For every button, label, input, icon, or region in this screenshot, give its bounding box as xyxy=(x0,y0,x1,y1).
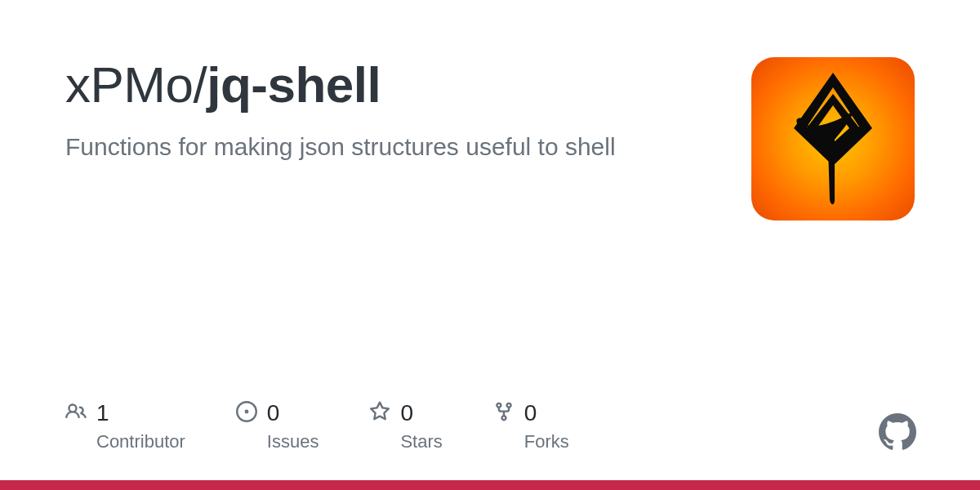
header-row: xPMo/jq-shell Functions for making json … xyxy=(65,57,915,220)
stats-row: 1 Contributor 0 Issues 0 Stars xyxy=(65,400,569,452)
issue-icon xyxy=(236,401,257,425)
people-icon xyxy=(65,401,87,425)
repo-name: jq-shell xyxy=(207,56,381,113)
avatar-glyph-icon xyxy=(784,69,882,208)
issues-label: Issues xyxy=(267,431,319,452)
stat-stars: 0 Stars xyxy=(369,400,442,452)
stat-forks: 0 Forks xyxy=(493,400,569,452)
owner-avatar xyxy=(751,57,915,220)
repo-title: xPMo/jq-shell xyxy=(65,57,719,113)
issues-count: 0 xyxy=(267,400,280,426)
forks-count: 0 xyxy=(524,400,537,426)
fork-icon xyxy=(493,401,514,425)
contributors-label: Contributor xyxy=(96,431,185,452)
repo-social-card: xPMo/jq-shell Functions for making json … xyxy=(0,0,980,490)
repo-description: Functions for making json structures use… xyxy=(65,131,719,164)
stars-label: Stars xyxy=(400,431,442,452)
title-block: xPMo/jq-shell Functions for making json … xyxy=(65,57,751,164)
accent-bar xyxy=(0,480,980,490)
repo-owner: xPMo xyxy=(65,56,193,113)
github-logo-icon xyxy=(879,413,916,454)
slash-separator: / xyxy=(193,56,207,113)
stars-count: 0 xyxy=(400,400,413,426)
stat-issues: 0 Issues xyxy=(236,400,319,452)
contributors-count: 1 xyxy=(96,400,109,426)
star-icon xyxy=(369,401,390,425)
stat-contributors: 1 Contributor xyxy=(65,400,185,452)
forks-label: Forks xyxy=(524,431,569,452)
